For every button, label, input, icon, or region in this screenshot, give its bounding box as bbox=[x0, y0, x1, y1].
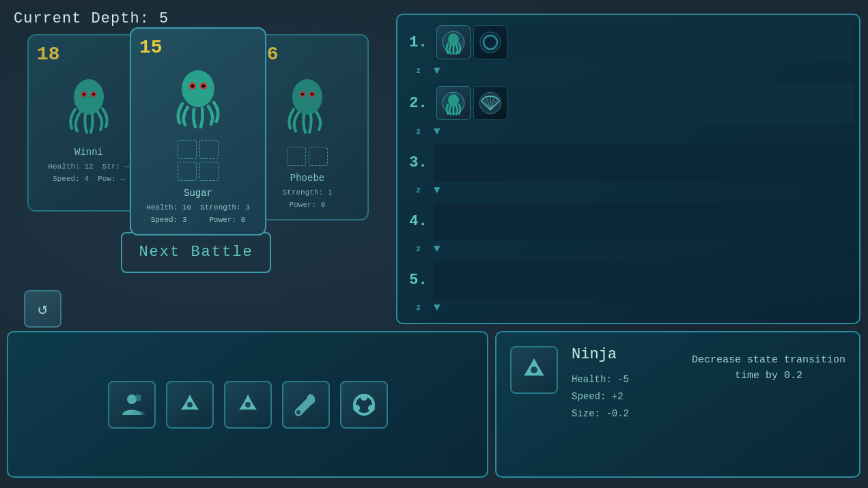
ability-detail-panel: Ninja Health: -5 Speed: +2 Size: -0.2 De… bbox=[495, 331, 860, 478]
creature-art-sugar bbox=[164, 65, 232, 133]
creature-art-winni bbox=[55, 72, 123, 140]
queue-items-3 bbox=[434, 144, 854, 182]
queue-items-1 bbox=[434, 23, 854, 62]
ability-stats: Health: -5 Speed: +2 Size: -0.2 bbox=[572, 371, 678, 423]
abilities-panel bbox=[7, 331, 488, 478]
creature-stats-sugar: Health: 10 Strength: 3Speed: 3 Power: 0 bbox=[146, 202, 250, 226]
queue-items-2 bbox=[434, 83, 854, 123]
queue-arrow-3: 2 ▼ bbox=[403, 183, 854, 198]
queue-row-3: 3. bbox=[403, 144, 854, 182]
queue-arrow-5: 2 ▼ bbox=[403, 300, 854, 315]
queue-entry-2: 2. bbox=[403, 83, 854, 139]
svg-point-16 bbox=[448, 33, 459, 46]
creature-stats-phoebe: Strength: 1Power: 0 bbox=[283, 187, 333, 211]
creature-art-phoebe bbox=[273, 72, 341, 140]
ability-icon-ninja-2[interactable] bbox=[224, 381, 272, 429]
ability-icon-wrench[interactable] bbox=[282, 381, 330, 429]
svg-point-0 bbox=[74, 79, 104, 115]
svg-point-8 bbox=[191, 85, 195, 88]
ability-info: Ninja Health: -5 Speed: +2 Size: -0.2 bbox=[572, 346, 678, 463]
svg-point-24 bbox=[187, 402, 193, 407]
svg-point-25 bbox=[245, 402, 251, 407]
queue-items-4 bbox=[434, 203, 854, 240]
battle-queue-panel: 1. bbox=[396, 14, 860, 324]
card-slots-sugar bbox=[178, 140, 219, 181]
queue-row-4: 4. bbox=[403, 203, 854, 240]
queue-row-1: 1. bbox=[403, 23, 854, 62]
depth-header: Current Depth: 5 bbox=[14, 10, 169, 27]
queue-entry-3: 3. 2 ▼ bbox=[403, 144, 854, 198]
queue-icon-tentacle-1[interactable] bbox=[436, 25, 471, 59]
svg-point-23 bbox=[135, 394, 141, 401]
svg-point-3 bbox=[83, 93, 85, 96]
queue-items-5 bbox=[434, 261, 854, 299]
queue-icon-circle-1[interactable] bbox=[473, 25, 507, 59]
refresh-button[interactable]: ↺ bbox=[24, 290, 61, 328]
stat-speed: Speed: +2 bbox=[572, 388, 678, 405]
creatures-area: 18 Winni Health: 12 Str: —Speed: 4 bbox=[7, 34, 389, 328]
svg-point-4 bbox=[92, 93, 95, 96]
svg-point-13 bbox=[301, 93, 304, 96]
ability-title: Ninja bbox=[572, 346, 678, 363]
svg-point-10 bbox=[292, 79, 322, 115]
svg-point-30 bbox=[353, 405, 360, 412]
ability-icon-ring[interactable] bbox=[340, 381, 388, 429]
queue-row-5: 5. bbox=[403, 261, 854, 299]
stat-size: Size: -0.2 bbox=[572, 405, 678, 422]
ability-icon-ninja-1[interactable] bbox=[166, 381, 214, 429]
card-number-sugar: 15 bbox=[139, 37, 163, 58]
card-slots-phoebe bbox=[287, 147, 328, 166]
queue-entry-4: 4. 2 ▼ bbox=[403, 203, 854, 257]
svg-point-28 bbox=[361, 394, 367, 401]
selected-ability-icon bbox=[510, 346, 558, 394]
queue-number-3: 3. bbox=[403, 154, 434, 171]
ability-description: Decrease state transitiontime by 0.2 bbox=[692, 353, 845, 463]
next-battle-button[interactable]: Next Battle bbox=[121, 232, 271, 273]
queue-entry-1: 1. bbox=[403, 23, 854, 78]
svg-point-20 bbox=[448, 94, 459, 106]
queue-arrow-2: 2 ▼ bbox=[403, 124, 854, 139]
creature-card-sugar[interactable]: 15 Sugar Health: 10 bbox=[130, 27, 266, 235]
creature-stats-winni: Health: 12 Str: —Speed: 4 Pow: — bbox=[48, 161, 130, 185]
card-number-winni: 18 bbox=[37, 44, 60, 65]
creature-name-sugar: Sugar bbox=[184, 188, 212, 199]
queue-number-4: 4. bbox=[403, 213, 434, 230]
stat-health: Health: -5 bbox=[572, 371, 678, 388]
svg-point-14 bbox=[311, 93, 313, 96]
svg-point-29 bbox=[368, 405, 375, 412]
ability-icon-person[interactable] bbox=[108, 381, 156, 429]
queue-row-2: 2. bbox=[403, 83, 854, 123]
svg-point-9 bbox=[202, 85, 206, 88]
creature-name-phoebe: Phoebe bbox=[290, 173, 324, 184]
refresh-icon: ↺ bbox=[38, 299, 47, 319]
queue-entry-5: 5. 2 ▼ bbox=[403, 261, 854, 315]
queue-number-2: 2. bbox=[403, 95, 434, 112]
queue-number-1: 1. bbox=[403, 34, 434, 51]
svg-point-5 bbox=[182, 70, 214, 107]
queue-arrow-4: 2 ▼ bbox=[403, 242, 854, 257]
creature-name-winni: Winni bbox=[74, 147, 103, 158]
svg-point-31 bbox=[531, 367, 537, 373]
queue-arrow-1: 2 ▼ bbox=[403, 63, 854, 78]
svg-point-26 bbox=[296, 410, 300, 414]
queue-section: 1. bbox=[403, 20, 854, 317]
queue-icon-tentacle-2[interactable] bbox=[436, 86, 471, 120]
queue-number-5: 5. bbox=[403, 272, 434, 289]
queue-icon-shell-2[interactable] bbox=[473, 86, 507, 120]
